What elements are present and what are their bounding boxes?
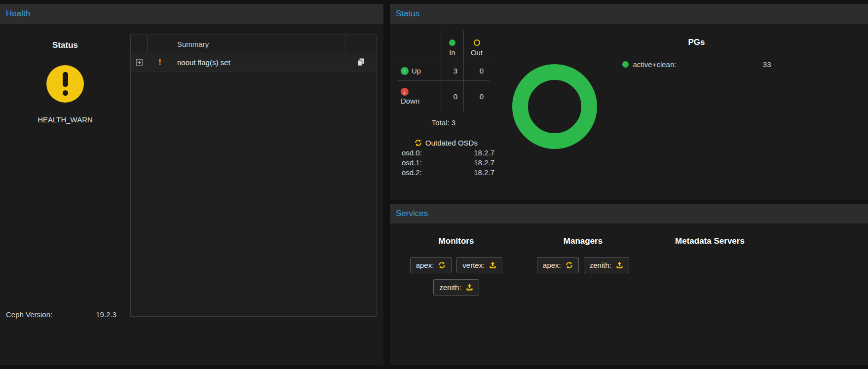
outdated-osds-block: Outdated OSDs osd.0: 18.2.7 osd.1: 18.2.… [398,139,494,177]
osd-up-row-label: Up [398,61,441,81]
pgs-legend-value: 33 [763,60,771,69]
outdated-osd-item: osd.0: 18.2.7 [398,148,494,157]
osd-total-label: Total: [432,118,450,127]
osd-version: 18.2.7 [474,168,494,177]
outdated-osds-heading: Outdated OSDs [398,139,494,147]
row-action-cell[interactable] [345,53,376,71]
health-panel-title: Health [6,9,30,19]
expand-plus-icon[interactable] [136,59,143,66]
services-panel-body: Monitors apex: vertex: zenith: [390,223,868,365]
upload-icon [466,284,473,291]
services-panel-header[interactable]: Services [390,204,868,223]
ceph-version-label: Ceph Version: [6,310,52,319]
managers-column: Managers apex: zenith: [520,236,646,273]
osd-total-row: Total: 3 [398,118,490,127]
pgs-legend-item: active+clean: 33 [622,60,771,69]
pgs-column: PGs active+clean: 33 [597,31,860,200]
osd-name: osd.0: [402,148,422,157]
copy-icon[interactable] [357,58,365,67]
health-status-value: HEALTH_WARN [0,115,130,124]
down-label: Down [401,97,419,105]
osd-status-column: In Out Up 3 0 [398,31,501,200]
green-dot-icon [449,39,455,46]
warning-icon [158,57,161,67]
health-status-heading: Status [0,40,130,50]
manager-badge-label: apex: [543,261,561,269]
summary-table-row[interactable]: noout flag(s) set [131,53,376,72]
pgs-donut-chart [512,64,597,200]
refresh-icon [438,261,446,269]
health-panel-header[interactable]: Health [0,4,383,24]
services-panel: Services Monitors apex: vertex: [390,204,868,365]
pgs-title: PGs [597,37,796,47]
health-summary-table: Summary noout flag(s) set [130,35,377,317]
ceph-version-row: Ceph Version: 19.2.3 [0,310,130,365]
monitors-badges: apex: vertex: zenith: [397,257,516,295]
osd-up-out-value: 0 [464,61,490,81]
row-severity-cell [148,53,172,71]
managers-title: Managers [564,236,603,246]
osd-name: osd.2: [402,168,422,177]
warning-circle-icon [46,65,84,103]
monitor-badge-zenith[interactable]: zenith: [433,279,479,295]
upload-icon [616,261,623,269]
status-panel-title: Status [396,9,419,19]
status-panel-body: In Out Up 3 0 [390,24,868,200]
status-panel-header[interactable]: Status [390,4,868,24]
managers-badges: apex: zenith: [537,257,629,273]
monitor-badge-label: zenith: [439,283,461,292]
summary-column-header[interactable]: Summary [172,35,345,53]
osd-up-in-value: 3 [441,61,464,81]
summary-header-expand-col [131,35,148,53]
health-panel-body: Status HEALTH_WARN Ceph Version: 19.2.3 … [0,24,383,365]
osd-in-header: In [441,31,464,61]
monitor-badge-apex[interactable]: apex: [410,257,452,273]
outdated-osd-item: osd.2: 18.2.7 [398,168,494,177]
pgs-donut-ring [520,72,589,141]
summary-table-empty-area [131,72,376,316]
refresh-icon [566,261,573,269]
monitor-badge-label: vertex: [462,261,485,269]
osd-down-in-value: 0 [441,81,464,111]
osd-out-header: Out [464,31,490,61]
metadata-servers-title: Metadata Servers [675,236,745,246]
status-panel: Status In Out [390,4,868,200]
services-panel-title: Services [396,209,428,219]
ceph-dashboard: Health Status HEALTH_WARN Ceph Version: … [0,0,868,365]
summary-header-action-col [345,35,376,53]
osd-grid-corner-cell [398,31,441,61]
circle-up-icon [401,67,409,75]
row-expand-cell[interactable] [131,53,148,71]
manager-badge-apex[interactable]: apex: [537,257,579,273]
outdated-osds-label: Outdated OSDs [425,139,478,147]
osd-total-value: 3 [452,118,455,127]
monitors-column: Monitors apex: vertex: zenith: [393,236,520,295]
refresh-icon [415,139,422,147]
osd-name: osd.1: [402,158,422,167]
summary-table-header-row: Summary [131,35,376,53]
manager-badge-zenith[interactable]: zenith: [584,257,629,273]
metadata-servers-column: Metadata Servers [646,236,773,257]
yellow-ring-icon [474,39,480,46]
monitor-badge-vertex[interactable]: vertex: [456,257,502,273]
monitor-badge-label: apex: [416,261,434,269]
warning-exclamation-bar [63,72,68,87]
outdated-osd-item: osd.1: 18.2.7 [398,158,494,167]
in-label: In [449,48,455,57]
osd-version: 18.2.7 [474,158,494,167]
summary-row-text: noout flag(s) set [172,53,345,71]
upload-icon [489,261,496,269]
osd-down-out-value: 0 [464,81,490,111]
summary-header-severity-col [148,35,172,53]
monitors-title: Monitors [439,236,474,246]
out-label: Out [471,48,483,57]
legend-dot-icon [622,61,629,68]
manager-badge-label: zenith: [590,261,611,269]
osd-in-out-grid: In Out Up 3 0 [398,31,501,111]
osd-down-row-label: Down [398,81,441,111]
ceph-version-value: 19.2.3 [96,310,116,319]
up-label: Up [412,67,421,75]
right-column: Status In Out [390,4,868,365]
circle-down-icon [401,88,409,96]
warning-exclamation-dot [63,90,68,96]
